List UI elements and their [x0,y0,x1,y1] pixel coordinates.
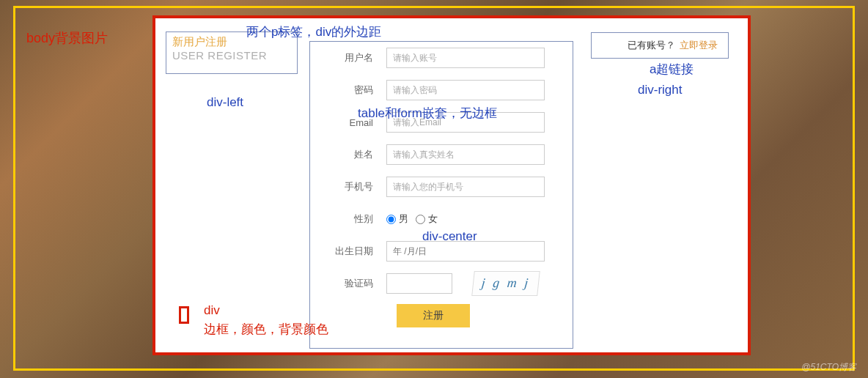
phone-input[interactable] [386,177,545,197]
register-title-en: USER REGISTER [172,49,291,62]
annotation-border-color: 边框，颜色，背景颜色 [204,321,328,338]
captcha-input[interactable] [386,273,452,294]
username-label: 用户名 [317,51,386,64]
login-prompt: 已有账号？ [628,39,675,52]
phone-label: 手机号 [317,180,386,193]
small-red-box-icon [179,306,189,324]
gender-label: 性别 [317,212,386,226]
annotation-a-link: a超链接 [650,61,694,78]
watermark: @51CTO博客 [801,361,856,374]
annotation-div: div [204,303,220,318]
password-label: 密码 [317,84,386,97]
password-input[interactable] [386,80,545,100]
gender-male-radio[interactable] [386,215,396,224]
captcha-image[interactable]: j g m j [471,271,540,296]
gender-female-radio[interactable] [416,215,425,224]
birthday-label: 出生日期 [317,245,386,258]
realname-input[interactable] [386,144,545,165]
captcha-label: 验证码 [317,277,386,290]
gender-male-text: 男 [399,212,408,226]
gender-female-text: 女 [428,212,438,226]
center-form-panel: 用户名 密码 Email 姓名 手机号 性别 男 女 出生日期 验证码 j g … [309,41,573,349]
annotation-table-form: table和form嵌套，无边框 [358,105,497,122]
right-panel: 已有账号？ 立即登录 [591,32,729,59]
annotation-div-center: div-center [422,229,477,244]
birthday-input[interactable] [386,241,545,262]
username-input[interactable] [386,48,545,68]
realname-label: 姓名 [317,148,386,161]
annotation-div-left: div-left [207,95,243,110]
submit-button[interactable]: 注册 [397,304,470,327]
annotation-body-bg: body背景图片 [26,29,108,47]
annotation-p-margin: 两个p标签，div的外边距 [246,23,381,40]
annotation-div-right: div-right [638,83,682,97]
login-link[interactable]: 立即登录 [680,39,718,52]
